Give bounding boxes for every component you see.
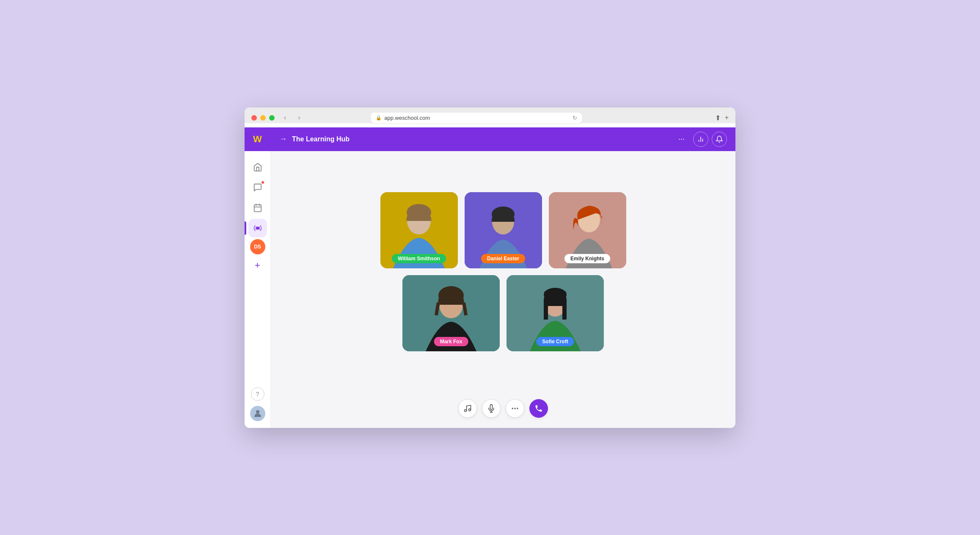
participant-card-daniel: Daniel Easter	[465, 192, 542, 268]
svg-point-30	[512, 408, 513, 409]
topbar-chart-button[interactable]	[693, 132, 708, 147]
topbar-menu-button[interactable]: ···	[675, 133, 688, 145]
video-area: William Smithson	[271, 151, 735, 392]
browser-controls: ‹ › 🔒 app.weschool.com ↻ ⬆ +	[251, 113, 729, 123]
participant-card-emily: Emily Knights	[549, 192, 626, 268]
svg-rect-0	[254, 204, 261, 212]
url-text: app.weschool.com	[384, 115, 430, 121]
share-icon[interactable]: ⬆	[715, 114, 721, 122]
sidebar-item-home[interactable]	[248, 158, 267, 176]
browser-window: ‹ › 🔒 app.weschool.com ↻ ⬆ + W	[245, 108, 735, 428]
new-tab-icon[interactable]: +	[725, 114, 729, 122]
help-button[interactable]: ?	[251, 387, 264, 401]
sidebar: W	[245, 127, 271, 428]
topbar-bell-button[interactable]	[712, 132, 727, 147]
end-call-button[interactable]	[529, 399, 548, 418]
svg-rect-24	[562, 298, 567, 320]
name-badge-william: William Smithson	[392, 254, 446, 263]
svg-point-32	[517, 408, 518, 409]
svg-point-4	[256, 227, 259, 229]
svg-rect-23	[544, 298, 548, 320]
app-layout: W	[245, 127, 735, 428]
back-button[interactable]: ‹	[281, 113, 289, 122]
minimize-dot[interactable]	[260, 115, 266, 121]
participant-card-mark: Mark Fox	[402, 275, 500, 351]
sidebar-item-live[interactable]	[248, 219, 267, 237]
svg-point-27	[469, 408, 471, 411]
participant-card-william: William Smithson	[380, 192, 458, 268]
close-dot[interactable]	[251, 115, 257, 121]
main-content: William Smithson	[271, 151, 735, 428]
sidebar-bottom: ?	[250, 382, 265, 428]
name-badge-emily: Emily Knights	[564, 254, 610, 263]
audio-effects-button[interactable]	[458, 399, 477, 418]
reload-icon[interactable]: ↻	[573, 115, 577, 121]
sidebar-item-calendar[interactable]	[248, 199, 267, 217]
participant-card-sofie: Sofie Croft	[507, 275, 604, 351]
main-area: → The Learning Hub ···	[271, 127, 735, 428]
svg-point-31	[514, 408, 515, 409]
svg-point-26	[465, 409, 467, 411]
sidebar-nav: DS +	[248, 151, 267, 382]
topbar-title: The Learning Hub	[292, 135, 670, 143]
user-avatar[interactable]	[250, 406, 265, 421]
messages-badge	[261, 181, 264, 184]
forward-button[interactable]: ›	[295, 113, 303, 122]
name-badge-mark: Mark Fox	[434, 337, 468, 346]
controls-bar	[271, 392, 735, 428]
svg-point-5	[256, 410, 259, 414]
bottom-video-row: Mark Fox	[402, 275, 604, 351]
address-bar[interactable]: 🔒 app.weschool.com ↻	[371, 113, 582, 123]
more-options-button[interactable]	[506, 399, 524, 418]
microphone-button[interactable]	[482, 399, 501, 418]
topbar-actions	[693, 132, 727, 147]
sidebar-item-messages[interactable]	[248, 178, 267, 197]
name-badge-daniel: Daniel Easter	[481, 254, 525, 263]
active-indicator	[245, 221, 246, 235]
workspace-ds-avatar[interactable]: DS	[250, 239, 265, 254]
logo-letter: W	[253, 134, 262, 145]
fullscreen-dot[interactable]	[269, 115, 275, 121]
top-video-row: William Smithson	[380, 192, 626, 268]
browser-actions: ⬆ +	[715, 114, 729, 122]
topbar-nav-icon: →	[279, 135, 287, 143]
sidebar-logo: W	[245, 127, 271, 151]
browser-chrome: ‹ › 🔒 app.weschool.com ↻ ⬆ +	[245, 108, 735, 123]
topbar: → The Learning Hub ···	[271, 127, 735, 151]
sidebar-item-add[interactable]: +	[248, 256, 267, 275]
name-badge-sofie: Sofie Croft	[536, 337, 574, 346]
svg-point-25	[544, 288, 567, 301]
lock-icon: 🔒	[376, 115, 382, 121]
